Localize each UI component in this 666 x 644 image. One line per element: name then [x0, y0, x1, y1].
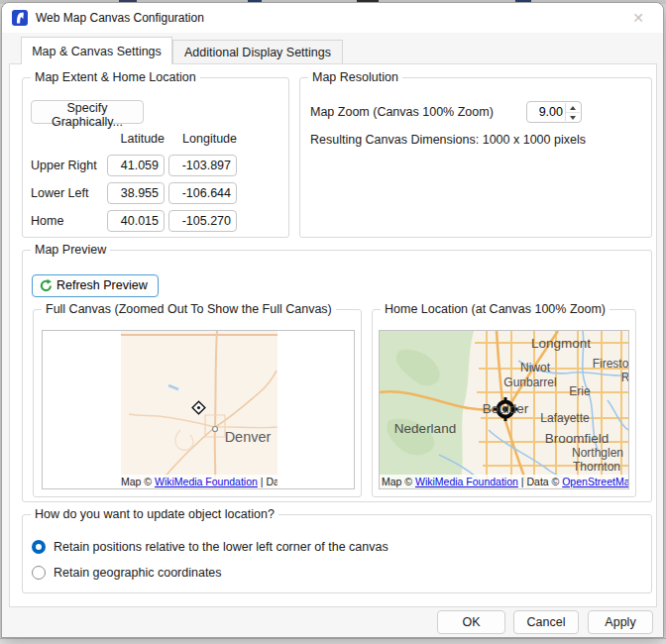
group-home-location-title: Home Location (at Canvas 100% Zoom) — [381, 302, 610, 316]
home-marker-icon — [192, 401, 205, 414]
cancel-button[interactable]: Cancel — [513, 610, 579, 634]
title-bar: Web Map Canvas Configuration ✕ — [2, 3, 663, 33]
upper-right-latitude-field[interactable] — [107, 155, 165, 176]
openstreetmap-link[interactable]: OpenStreetMap — [562, 476, 628, 487]
town-label-thornton: Thornton — [573, 460, 620, 474]
group-update-location: How do you want to update object locatio… — [22, 514, 652, 593]
group-map-preview-title: Map Preview — [31, 243, 110, 257]
wikimedia-link[interactable]: WikiMedia Foundation — [155, 476, 258, 487]
ok-button[interactable]: OK — [437, 610, 505, 634]
radio-option-relative-positions[interactable]: Retain positions relative to the lower l… — [32, 537, 388, 557]
town-label-boulder: Boulder — [483, 401, 529, 416]
full-canvas-map-tile: Denver Map © WikiMedia Foundation | Dat — [121, 331, 278, 488]
group-map-extent: Map Extent & Home Location Specify Graph… — [22, 77, 289, 238]
wikimedia-link-2[interactable]: WikiMedia Foundation — [415, 476, 518, 487]
radio-option-1-label: Retain positions relative to the lower l… — [54, 540, 388, 554]
refresh-preview-label: Refresh Preview — [56, 278, 148, 292]
town-label-gunbarrel: Gunbarrel — [503, 376, 556, 389]
window-title: Web Map Canvas Configuration — [36, 3, 204, 33]
denver-city-label: Denver — [225, 429, 272, 445]
upper-right-label: Upper Right — [31, 155, 97, 176]
full-canvas-map: Denver Map © WikiMedia Foundation | Dat — [42, 330, 355, 489]
lower-left-longitude-field[interactable] — [168, 182, 237, 204]
group-update-location-title: How do you want to update object locatio… — [31, 507, 278, 521]
apply-button[interactable]: Apply — [588, 610, 653, 634]
town-label-nederland: Nederland — [394, 421, 456, 436]
lower-left-latitude-field[interactable] — [107, 182, 165, 204]
town-label-firestone: Firesto — [593, 357, 628, 371]
background-window-bottom — [0, 638, 666, 644]
town-label-longmont: Longmont — [531, 336, 591, 351]
map-zoom-spinbox — [526, 101, 582, 123]
map-zoom-label: Map Zoom (Canvas 100% Zoom) — [310, 105, 494, 119]
app-icon — [12, 10, 28, 26]
spinner-up-icon[interactable] — [566, 103, 580, 112]
full-canvas-attribution: Map © WikiMedia Foundation | Dat — [121, 475, 278, 488]
home-location-attribution: Map © WikiMedia Foundation | Data © Open… — [380, 475, 628, 488]
home-label: Home — [31, 210, 63, 232]
full-canvas-map-roads — [121, 331, 278, 488]
specify-graphically-button[interactable]: Specify Graphically... — [31, 100, 144, 124]
radio-option-2-label: Retain geographic coordinates — [54, 566, 222, 580]
lower-left-label: Lower Left — [31, 182, 88, 204]
longitude-column-header: Longitude — [168, 132, 237, 146]
group-full-canvas-title: Full Canvas (Zoomed Out To Show the Full… — [42, 302, 336, 316]
home-location-map: Longmont Niwot Firesto R Gunbarrel Erie … — [379, 330, 629, 489]
group-map-resolution: Map Resolution Map Zoom (Canvas 100% Zoo… — [299, 77, 652, 238]
refresh-icon — [39, 278, 54, 293]
town-label-northglenn: Northglen — [572, 446, 623, 460]
home-latitude-field[interactable] — [107, 210, 165, 232]
map-zoom-input[interactable] — [527, 102, 565, 122]
home-location-map-tile: Longmont Niwot Firesto R Gunbarrel Erie … — [380, 331, 628, 488]
town-label-erie: Erie — [569, 384, 590, 398]
upper-right-longitude-field[interactable] — [168, 155, 237, 176]
town-label-broomfield: Broomfield — [545, 431, 610, 446]
tab-page: Map Extent & Home Location Specify Graph… — [9, 63, 657, 607]
group-full-canvas: Full Canvas (Zoomed Out To Show the Full… — [33, 309, 362, 497]
group-home-location: Home Location (at Canvas 100% Zoom) — [372, 309, 636, 497]
home-longitude-field[interactable] — [168, 210, 237, 232]
town-label-niwot: Niwot — [520, 361, 550, 375]
close-icon[interactable]: ✕ — [623, 7, 653, 29]
group-map-preview: Map Preview Refresh Preview Full Canvas … — [22, 250, 652, 502]
latitude-column-header: Latitude — [107, 132, 165, 146]
town-label-lafayette: Lafayette — [540, 411, 589, 425]
radio-unselected-icon[interactable] — [32, 566, 46, 580]
radio-selected-icon[interactable] — [32, 540, 46, 554]
town-label-r-fragment: R — [621, 371, 628, 384]
dialog-window: Web Map Canvas Configuration ✕ Map & Can… — [1, 2, 664, 638]
radio-option-geographic-coordinates[interactable]: Retain geographic coordinates — [32, 563, 222, 583]
refresh-preview-button[interactable]: Refresh Preview — [32, 274, 159, 297]
group-map-extent-title: Map Extent & Home Location — [31, 70, 200, 84]
spinner-buttons — [565, 103, 580, 121]
spinner-down-icon[interactable] — [566, 112, 580, 121]
canvas-dimensions-text: Resulting Canvas Dimensions: 1000 x 1000… — [310, 133, 586, 147]
tab-map-canvas-settings[interactable]: Map & Canvas Settings — [21, 37, 172, 64]
tab-additional-display-settings[interactable]: Additional Display Settings — [172, 40, 343, 64]
group-map-resolution-title: Map Resolution — [308, 70, 402, 84]
